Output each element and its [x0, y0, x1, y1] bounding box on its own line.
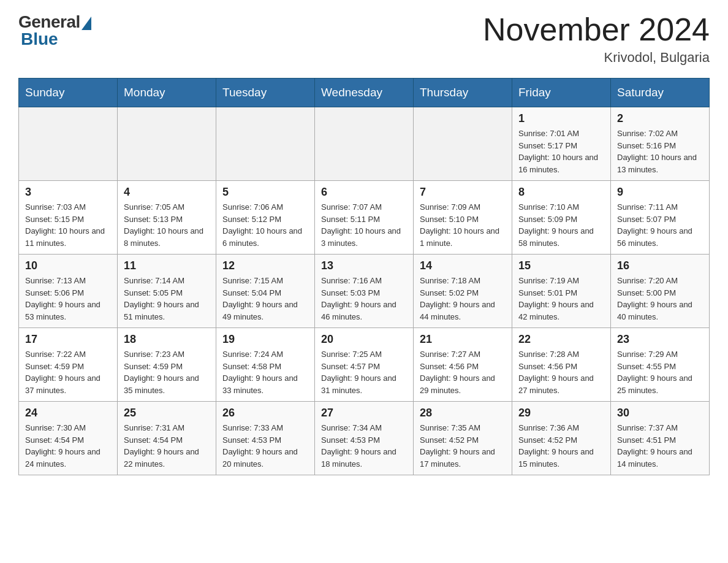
calendar-week-5: 24Sunrise: 7:30 AMSunset: 4:54 PMDayligh… [19, 402, 710, 475]
logo-blue-text: Blue [18, 29, 58, 49]
day-number: 5 [222, 186, 308, 199]
calendar-cell: 5Sunrise: 7:06 AMSunset: 5:12 PMDaylight… [216, 181, 315, 255]
day-number: 4 [124, 186, 210, 199]
calendar-cell: 13Sunrise: 7:16 AMSunset: 5:03 PMDayligh… [315, 255, 414, 328]
calendar-cell: 23Sunrise: 7:29 AMSunset: 4:55 PMDayligh… [611, 328, 710, 402]
calendar-cell: 20Sunrise: 7:25 AMSunset: 4:57 PMDayligh… [315, 328, 414, 402]
calendar-cell: 2Sunrise: 7:02 AMSunset: 5:16 PMDaylight… [611, 107, 710, 181]
calendar-cell: 25Sunrise: 7:31 AMSunset: 4:54 PMDayligh… [118, 402, 216, 475]
day-info: Sunrise: 7:33 AMSunset: 4:53 PMDaylight:… [222, 422, 308, 470]
calendar-cell [216, 107, 315, 181]
day-number: 12 [222, 259, 308, 272]
header-day-tuesday: Tuesday [216, 79, 315, 107]
day-number: 18 [124, 333, 210, 346]
calendar-table: SundayMondayTuesdayWednesdayThursdayFrid… [18, 78, 710, 475]
day-number: 20 [321, 333, 407, 346]
calendar-cell: 8Sunrise: 7:10 AMSunset: 5:09 PMDaylight… [512, 181, 611, 255]
calendar-cell: 21Sunrise: 7:27 AMSunset: 4:56 PMDayligh… [414, 328, 512, 402]
day-info: Sunrise: 7:01 AMSunset: 5:17 PMDaylight:… [518, 128, 604, 175]
day-number: 16 [617, 259, 703, 272]
day-info: Sunrise: 7:03 AMSunset: 5:15 PMDaylight:… [25, 201, 111, 249]
calendar-week-4: 17Sunrise: 7:22 AMSunset: 4:59 PMDayligh… [19, 328, 710, 402]
calendar-cell: 7Sunrise: 7:09 AMSunset: 5:10 PMDaylight… [414, 181, 512, 255]
calendar-cell: 16Sunrise: 7:20 AMSunset: 5:00 PMDayligh… [611, 255, 710, 328]
calendar-week-3: 10Sunrise: 7:13 AMSunset: 5:06 PMDayligh… [19, 255, 710, 328]
day-info: Sunrise: 7:05 AMSunset: 5:13 PMDaylight:… [124, 201, 210, 249]
calendar-cell [118, 107, 216, 181]
calendar-cell [315, 107, 414, 181]
calendar-body: 1Sunrise: 7:01 AMSunset: 5:17 PMDaylight… [19, 107, 710, 475]
calendar-cell: 6Sunrise: 7:07 AMSunset: 5:11 PMDaylight… [315, 181, 414, 255]
calendar-cell: 27Sunrise: 7:34 AMSunset: 4:53 PMDayligh… [315, 402, 414, 475]
calendar-cell [19, 107, 118, 181]
day-number: 21 [420, 333, 506, 346]
calendar-cell: 9Sunrise: 7:11 AMSunset: 5:07 PMDaylight… [611, 181, 710, 255]
calendar-week-2: 3Sunrise: 7:03 AMSunset: 5:15 PMDaylight… [19, 181, 710, 255]
calendar-cell: 11Sunrise: 7:14 AMSunset: 5:05 PMDayligh… [118, 255, 216, 328]
calendar-cell: 26Sunrise: 7:33 AMSunset: 4:53 PMDayligh… [216, 402, 315, 475]
calendar-cell: 29Sunrise: 7:36 AMSunset: 4:52 PMDayligh… [512, 402, 611, 475]
calendar-cell: 10Sunrise: 7:13 AMSunset: 5:06 PMDayligh… [19, 255, 118, 328]
day-info: Sunrise: 7:24 AMSunset: 4:58 PMDaylight:… [222, 348, 308, 396]
calendar-cell: 30Sunrise: 7:37 AMSunset: 4:51 PMDayligh… [611, 402, 710, 475]
header-day-monday: Monday [118, 79, 216, 107]
day-info: Sunrise: 7:19 AMSunset: 5:01 PMDaylight:… [518, 275, 604, 323]
title-area: November 2024 Krivodol, Bulgaria [483, 12, 710, 66]
day-info: Sunrise: 7:36 AMSunset: 4:52 PMDaylight:… [518, 422, 604, 470]
calendar-cell: 17Sunrise: 7:22 AMSunset: 4:59 PMDayligh… [19, 328, 118, 402]
calendar-header: SundayMondayTuesdayWednesdayThursdayFrid… [19, 79, 710, 107]
calendar-cell: 3Sunrise: 7:03 AMSunset: 5:15 PMDaylight… [19, 181, 118, 255]
day-info: Sunrise: 7:28 AMSunset: 4:56 PMDaylight:… [518, 348, 604, 396]
day-number: 26 [222, 407, 308, 419]
day-info: Sunrise: 7:07 AMSunset: 5:11 PMDaylight:… [321, 201, 407, 249]
header-day-thursday: Thursday [414, 79, 512, 107]
day-number: 28 [420, 407, 506, 419]
day-info: Sunrise: 7:10 AMSunset: 5:09 PMDaylight:… [518, 201, 604, 249]
day-number: 17 [25, 333, 111, 346]
day-info: Sunrise: 7:29 AMSunset: 4:55 PMDaylight:… [617, 348, 703, 396]
day-number: 27 [321, 407, 407, 419]
day-info: Sunrise: 7:15 AMSunset: 5:04 PMDaylight:… [222, 275, 308, 323]
calendar-cell [414, 107, 512, 181]
calendar-cell: 4Sunrise: 7:05 AMSunset: 5:13 PMDaylight… [118, 181, 216, 255]
day-number: 8 [518, 186, 604, 199]
day-info: Sunrise: 7:35 AMSunset: 4:52 PMDaylight:… [420, 422, 506, 470]
location-label: Krivodol, Bulgaria [483, 50, 710, 66]
day-number: 29 [518, 407, 604, 419]
day-number: 14 [420, 259, 506, 272]
day-info: Sunrise: 7:22 AMSunset: 4:59 PMDaylight:… [25, 348, 111, 396]
day-number: 22 [518, 333, 604, 346]
day-number: 23 [617, 333, 703, 346]
calendar-week-1: 1Sunrise: 7:01 AMSunset: 5:17 PMDaylight… [19, 107, 710, 181]
day-info: Sunrise: 7:06 AMSunset: 5:12 PMDaylight:… [222, 201, 308, 249]
calendar-cell: 12Sunrise: 7:15 AMSunset: 5:04 PMDayligh… [216, 255, 315, 328]
day-number: 6 [321, 186, 407, 199]
day-info: Sunrise: 7:02 AMSunset: 5:16 PMDaylight:… [617, 128, 703, 175]
day-info: Sunrise: 7:34 AMSunset: 4:53 PMDaylight:… [321, 422, 407, 470]
page-header: General Blue November 2024 Krivodol, Bul… [18, 12, 710, 66]
calendar-cell: 18Sunrise: 7:23 AMSunset: 4:59 PMDayligh… [118, 328, 216, 402]
day-info: Sunrise: 7:11 AMSunset: 5:07 PMDaylight:… [617, 201, 703, 249]
day-number: 7 [420, 186, 506, 199]
day-number: 24 [25, 407, 111, 419]
calendar-cell: 1Sunrise: 7:01 AMSunset: 5:17 PMDaylight… [512, 107, 611, 181]
day-info: Sunrise: 7:30 AMSunset: 4:54 PMDaylight:… [25, 422, 111, 470]
calendar-cell: 14Sunrise: 7:18 AMSunset: 5:02 PMDayligh… [414, 255, 512, 328]
calendar-cell: 15Sunrise: 7:19 AMSunset: 5:01 PMDayligh… [512, 255, 611, 328]
day-info: Sunrise: 7:09 AMSunset: 5:10 PMDaylight:… [420, 201, 506, 249]
calendar-cell: 19Sunrise: 7:24 AMSunset: 4:58 PMDayligh… [216, 328, 315, 402]
header-day-saturday: Saturday [611, 79, 710, 107]
calendar-cell: 22Sunrise: 7:28 AMSunset: 4:56 PMDayligh… [512, 328, 611, 402]
day-info: Sunrise: 7:14 AMSunset: 5:05 PMDaylight:… [124, 275, 210, 323]
day-number: 19 [222, 333, 308, 346]
header-row: SundayMondayTuesdayWednesdayThursdayFrid… [19, 79, 710, 107]
header-day-sunday: Sunday [19, 79, 118, 107]
day-number: 11 [124, 259, 210, 272]
day-number: 25 [124, 407, 210, 419]
day-info: Sunrise: 7:27 AMSunset: 4:56 PMDaylight:… [420, 348, 506, 396]
day-number: 15 [518, 259, 604, 272]
header-day-friday: Friday [512, 79, 611, 107]
logo-triangle-icon [82, 17, 91, 30]
day-info: Sunrise: 7:16 AMSunset: 5:03 PMDaylight:… [321, 275, 407, 323]
day-number: 1 [518, 112, 604, 125]
